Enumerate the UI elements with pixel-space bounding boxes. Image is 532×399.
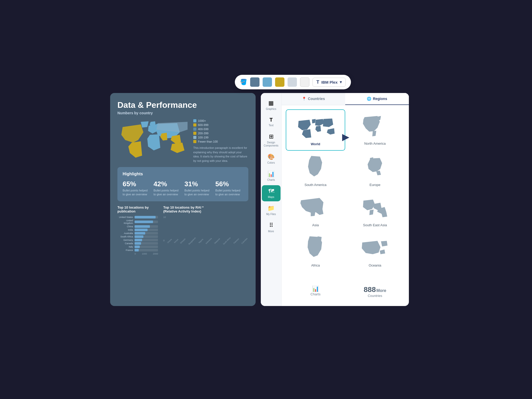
more-charts-item[interactable]: 📊 Charts [286,281,345,302]
map-section: 1000+ 600-999 400-599 200-399 [117,119,248,163]
v-bar-chart: Ghana Kenya Ethiopia Bangladesh [167,216,248,242]
hbar-track-it [135,245,158,248]
highlight-desc-2: Bullet points helped to give an overview [184,189,212,197]
sidebar-item-colors[interactable]: 🎨 Colors [262,151,281,167]
more-icon: ⠿ [269,222,273,229]
map-label-oceania: Oceania [369,263,381,267]
hbar-label-de: Germany [117,239,133,241]
vbar-col-ke: Kenya [174,239,179,242]
sidebar-item-text[interactable]: T Text [262,114,281,130]
oceania-container [354,235,396,261]
legend-label-fewer: Fewer than 100 [198,140,218,143]
map-item-asia[interactable]: Asia [286,191,345,231]
hbar-row-za: South Africa [117,235,158,238]
map-item-oceania[interactable]: Oceania [345,231,405,271]
vbar-lbl-ke: Kenya [174,238,178,243]
vbar-lbl-gh: Ghana [167,238,172,243]
hbar-track-in [135,229,158,231]
color-swatch-5[interactable] [300,77,309,87]
sidebar-item-design[interactable]: ⊞ Design Components [262,131,281,150]
vbar-lbl-bd: Bangladesh [188,237,196,245]
oceania-map [358,237,392,260]
more-charts-number: 📊 [312,285,319,292]
more-text: More [376,288,386,293]
map-description: This introduction paragraph is excellent… [193,146,248,163]
sidebar-label-colors: Colors [267,161,275,164]
legend-item-200: 200-399 [193,132,248,135]
sidebar-item-maps[interactable]: 🗺 Maps [262,185,281,201]
sidebar-item-charts[interactable]: 📊 Charts [262,168,281,184]
highlight-pct-3: 56% [215,180,243,188]
highlight-item-0: 65% Bullet points helped to give an over… [123,180,150,197]
hbar-fill-uk [135,221,153,223]
hbar-label-in: India [117,229,133,231]
sidebar-item-more[interactable]: ⠿ More [262,220,281,236]
files-icon: 📁 [268,205,275,212]
hbar-track-au [135,232,158,235]
color-swatch-3[interactable] [275,77,284,87]
legend-item-fewer: Fewer than 100 [193,140,248,143]
map-item-europe[interactable]: Europe [345,151,405,191]
text-icon: T [269,117,272,123]
map-item-africa[interactable]: Africa [286,231,345,271]
highlight-pct-1: 42% [154,180,181,188]
tab-countries[interactable]: 📍 Countries [282,93,345,105]
hbar-track-us [135,216,158,218]
map-item-sea[interactable]: South East Asia [345,191,405,231]
map-item-south-america[interactable]: South America [286,151,345,191]
hbar-label-fr: France [117,249,133,251]
legend-and-desc: 1000+ 600-999 400-599 200-399 [193,119,248,163]
legend-color-200 [193,132,196,135]
vbar-col-za2: South Africa [222,239,232,242]
highlight-pct-2: 31% [184,180,212,188]
color-swatch-1[interactable] [250,77,260,87]
sidebar: ▦ Graphics T Text ⊞ Design Components 🎨 … [261,93,282,306]
map-label-sea: South East Asia [363,223,387,227]
charts-icon: 📊 [268,171,275,177]
color-swatch-4[interactable] [288,77,297,87]
vbar-lbl-id: Indonesia [205,237,212,244]
map-label-north-america: North America [364,142,385,145]
hbar-label-uk: United Kingdom [117,219,133,224]
sidebar-item-graphics[interactable]: ▦ Graphics [262,97,281,113]
countries-pin-icon: 📍 [302,97,306,101]
hbar-row-de: Germany [117,239,158,241]
font-name: IBM Plex [321,80,338,84]
hbar-fill-de [135,239,142,241]
map-item-world[interactable]: World ▶ [286,109,345,151]
panel-subtitle: Numbers by country [117,111,248,115]
south-america-map [304,155,327,181]
hbar-row-ca: Canada [117,242,158,245]
sidebar-label-maps: Maps [268,196,274,199]
axis-0: 0 [135,252,136,255]
hbar-row-us: United States [117,216,158,218]
legend-label-100: 100-199 [198,136,208,139]
font-selector[interactable]: T IBM Plex ▾ [312,78,346,87]
charts-section: Top 10 locations bypublication United St… [117,205,248,255]
hbar-fill-in [135,229,148,231]
highlight-desc-3: Bullet points helped to give an overview [215,189,243,197]
sidebar-label-design: Design Components [264,141,278,147]
font-t-icon: T [316,79,319,85]
hbar-label-it: Italy [117,245,133,248]
more-countries-item[interactable]: 888 More Countries [345,281,405,302]
hbar-row-au: Australia [117,232,158,235]
vbar-lbl-ng: Nigeria [198,238,203,244]
vbar-col-bd: Bangladesh [187,239,197,242]
map-label-africa: Africa [311,263,320,267]
highlight-item-1: 42% Bullet points helped to give an over… [154,180,181,197]
hbar-label-au: Australia [117,232,133,235]
vbar-col-pk: Pakistan [233,239,240,242]
map-item-north-america[interactable]: North America [345,109,405,151]
more-888-number: 888 [364,285,376,294]
design-icon: ⊞ [269,133,274,140]
hbar-fill-cn [135,225,150,228]
color-swatch-2[interactable] [263,77,272,87]
highlight-item-2: 31% Bullet points helped to give an over… [184,180,212,197]
tab-regions[interactable]: 🌐 Regions [345,93,409,105]
sidebar-item-files[interactable]: 📁 My Files [262,202,281,218]
tabs-header: 📍 Countries 🌐 Regions [282,93,409,105]
vbar-lbl-et: Ethiopia [180,238,186,244]
v-chart-wrapper: 10 0 Ghana Kenya [163,216,248,242]
map-legend: 1000+ 600-999 400-599 200-399 [193,119,248,143]
